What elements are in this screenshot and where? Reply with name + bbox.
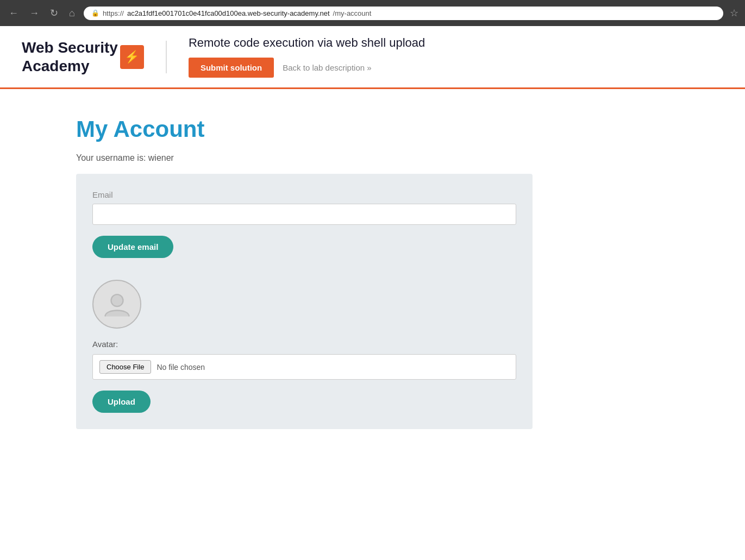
email-label: Email: [92, 190, 516, 199]
submit-solution-button[interactable]: Submit solution: [189, 58, 274, 78]
no-file-chosen-text: No file chosen: [156, 363, 205, 372]
page-title: My Account: [76, 116, 669, 142]
header-divider: [166, 41, 167, 73]
main-content: My Account Your username is: wiener Emai…: [0, 89, 745, 456]
bookmark-icon[interactable]: ☆: [730, 7, 738, 19]
svg-point-0: [111, 294, 123, 306]
logo-icon: ⚡: [120, 45, 144, 69]
logo: Web Security Academy ⚡: [22, 39, 144, 75]
site-header: Web Security Academy ⚡ Remote code execu…: [0, 26, 745, 89]
avatar-label: Avatar:: [92, 339, 516, 349]
update-email-button[interactable]: Update email: [92, 236, 173, 258]
username-display: Your username is: wiener: [76, 153, 669, 163]
back-to-lab-link[interactable]: Back to lab description »: [283, 63, 371, 72]
logo-line2: Academy: [22, 57, 118, 75]
refresh-nav-button[interactable]: ↻: [48, 5, 60, 21]
lock-icon: 🔒: [91, 9, 99, 17]
header-right: Remote code execution via web shell uplo…: [189, 36, 425, 78]
browser-chrome: ← → ↻ ⌂ 🔒 https://ac2a1fdf1e001701c0e41f…: [0, 0, 745, 26]
avatar-image: [92, 280, 141, 329]
lab-title: Remote code execution via web shell uplo…: [189, 36, 425, 50]
forward-nav-button[interactable]: →: [27, 5, 41, 21]
email-input[interactable]: [92, 204, 516, 225]
choose-file-button[interactable]: Choose File: [99, 360, 151, 374]
avatar-icon: [102, 290, 132, 319]
home-nav-button[interactable]: ⌂: [67, 5, 77, 21]
back-nav-button[interactable]: ←: [7, 5, 21, 21]
avatar-section: Avatar: Choose File No file chosen Uploa…: [92, 280, 516, 413]
address-bar[interactable]: 🔒 https://ac2a1fdf1e001701c0e41fca00d100…: [84, 7, 723, 20]
header-actions: Submit solution Back to lab description …: [189, 58, 425, 78]
upload-button[interactable]: Upload: [92, 391, 151, 413]
file-input-container: Choose File No file chosen: [92, 354, 516, 380]
url-path: /my-account: [333, 9, 372, 17]
logo-text: Web Security Academy: [22, 39, 118, 75]
account-form-panel: Email Update email Avatar: Choose File N…: [76, 174, 533, 429]
logo-line1: Web Security: [22, 39, 118, 57]
url-protocol: https://: [103, 9, 124, 17]
url-host: ac2a1fdf1e001701c0e41fca00d100ea.web-sec…: [127, 9, 330, 17]
